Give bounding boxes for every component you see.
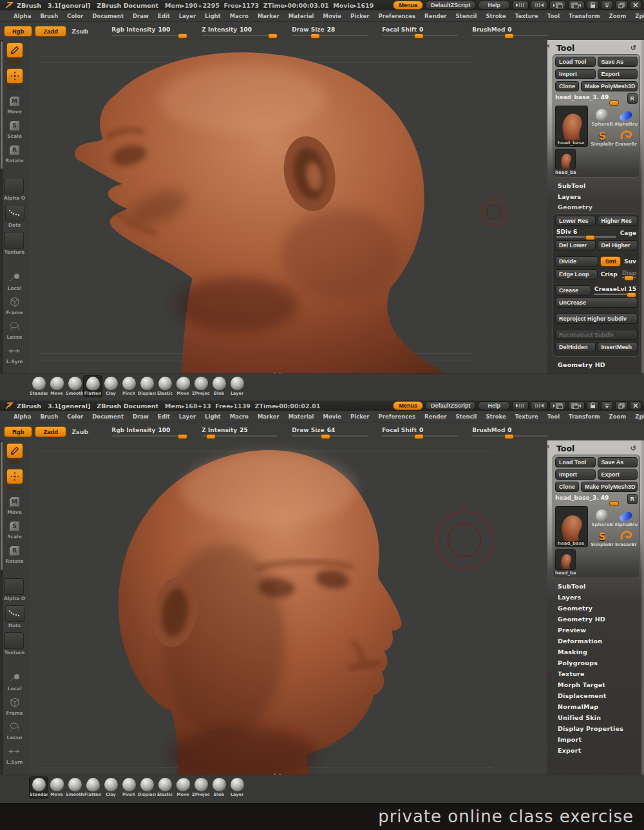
crisp-toggle[interactable]: Crisp [600, 270, 619, 279]
shelf-slider[interactable]: BrushMod0 [472, 26, 548, 36]
close-icon[interactable] [630, 1, 641, 10]
del-higher-button[interactable]: Del Higher [598, 240, 638, 250]
menu-item[interactable]: Stroke [481, 13, 510, 19]
menu-item[interactable]: Picker [346, 13, 374, 19]
sdiv-slider-handle[interactable] [585, 235, 595, 240]
brush-item[interactable]: Move [48, 777, 66, 798]
active-tool-thumbnail[interactable]: head_base_3 [555, 106, 588, 147]
restore-icon[interactable] [615, 1, 628, 10]
brush-item[interactable]: Standard [30, 777, 48, 798]
prev-document-icon[interactable] [549, 401, 566, 410]
brush-item[interactable]: Displace [138, 777, 156, 798]
palette-section[interactable]: Layers [553, 191, 640, 202]
alphabrush-tool[interactable]: AlphaBru [614, 506, 638, 527]
zsub-button[interactable]: Zsub [71, 28, 88, 35]
menu-item[interactable]: Zoom [605, 413, 631, 420]
palette-section[interactable]: Geometry HD [553, 359, 640, 370]
palette-section[interactable]: Masking [553, 646, 640, 657]
brush-item[interactable]: Pinch [120, 376, 138, 397]
slider-track[interactable] [382, 35, 458, 36]
menu-item[interactable]: Marker [253, 13, 284, 19]
import-button[interactable]: Import [555, 469, 596, 480]
tool-slider-handle[interactable] [609, 100, 619, 106]
lock-icon[interactable] [587, 401, 599, 410]
rotate-button[interactable]: R Rotate [5, 543, 23, 564]
brush-item[interactable]: Flatten [84, 777, 102, 798]
eraserbrush-tool[interactable]: EraserBr [614, 528, 638, 548]
creaselvl-slider[interactable]: CreaseLvl15 [593, 285, 638, 296]
canvas-viewport-2[interactable]: ◀ ▶ [29, 440, 547, 777]
slider-track[interactable] [292, 435, 368, 437]
draw-button[interactable]: Draw [6, 68, 23, 90]
palette-section[interactable]: SubTool [553, 581, 640, 592]
palette-section[interactable]: Displacement [553, 690, 640, 701]
sdiv-slider[interactable]: SDiv6 [555, 228, 617, 238]
eraserbrush-tool[interactable]: EraserBr [614, 127, 638, 147]
lasso-button[interactable]: Lasso [7, 720, 23, 740]
slider-handle[interactable] [504, 33, 514, 39]
edit-button[interactable]: Edit [6, 443, 23, 465]
menu-item[interactable]: Movie [318, 13, 346, 19]
stroke-selector[interactable]: Dots [5, 205, 24, 228]
brush-item[interactable]: Clay [102, 777, 120, 798]
slider-track[interactable] [202, 35, 278, 36]
menu-item[interactable]: Color [62, 13, 88, 19]
frame-button[interactable]: Frame [6, 295, 23, 316]
palette-section[interactable]: Geometry HD [553, 614, 640, 625]
close-icon[interactable] [630, 401, 641, 410]
save-as-button[interactable]: Save As [598, 457, 638, 467]
make-polymesh3d-button[interactable]: Make PolyMesh3D [581, 482, 638, 492]
suv-toggle[interactable]: Suv [623, 257, 638, 266]
palette-section[interactable]: Import [553, 734, 640, 745]
menu-item[interactable]: Render [420, 13, 451, 19]
slider-handle[interactable] [206, 434, 216, 439]
menu-item[interactable]: Alpha [9, 413, 35, 420]
sphereb-tool[interactable]: SphereB [591, 506, 614, 527]
canvas-viewport-1[interactable]: ◀ ▶ [29, 40, 547, 376]
lower-res-button[interactable]: Lower Res [555, 216, 596, 226]
menu-item[interactable]: Preferences [374, 413, 421, 420]
export-button[interactable]: Export [598, 69, 638, 79]
stroke-selector[interactable]: Dots [5, 605, 24, 628]
lsym-button[interactable]: L.Sym [6, 344, 23, 364]
brush-item[interactable]: Blob [210, 376, 228, 397]
r-button[interactable]: R [627, 494, 638, 504]
previous-tool-thumbnail[interactable] [555, 549, 576, 570]
palette-section[interactable]: Layers [553, 592, 640, 603]
frame-button[interactable]: Frame [6, 695, 23, 716]
make-polymesh3d-button[interactable]: Make PolyMesh3D [581, 81, 638, 91]
rgb-button[interactable]: Rgb [4, 426, 32, 437]
restore-icon[interactable] [615, 401, 628, 410]
edit-button[interactable]: Edit [6, 42, 23, 64]
del-lower-button[interactable]: Del Lower [555, 240, 596, 250]
brush-item[interactable]: Pinch [120, 777, 138, 798]
divide-button[interactable]: Divide [555, 256, 598, 267]
brush-item[interactable]: Standard [30, 376, 48, 397]
menu-item[interactable]: Document [88, 13, 128, 19]
cage-button[interactable]: Cage [619, 229, 638, 238]
shelf-slider[interactable]: Focal Shift0 [382, 26, 458, 36]
next-document-icon[interactable] [568, 401, 585, 410]
edge-loop-button[interactable]: Edge Loop [555, 269, 598, 279]
menu-item[interactable]: Color [62, 413, 88, 420]
brush-item[interactable]: Move [174, 777, 192, 798]
export-button[interactable]: Export [598, 469, 638, 480]
r-button[interactable]: R [627, 93, 638, 104]
local-button[interactable]: Local [7, 671, 23, 692]
menu-item[interactable]: Stroke [481, 413, 510, 420]
minimize-icon[interactable] [601, 1, 613, 10]
menu-item[interactable]: Brush [35, 13, 62, 19]
collapse-tray-icon[interactable]: ‹ [547, 442, 550, 451]
brush-item[interactable]: Smooth [66, 777, 84, 798]
menu-item[interactable]: Draw [128, 13, 153, 19]
brush-item[interactable]: Blob [210, 777, 228, 798]
palette-section[interactable]: Morph Target [553, 679, 640, 690]
slider-handle[interactable] [504, 434, 514, 439]
simplebrush-tool[interactable]: SSimpleBr [591, 127, 614, 147]
shelf-slider[interactable]: Z Intensity25 [202, 427, 278, 437]
shelf-slider[interactable]: Draw Size64 [292, 427, 368, 437]
palette-section-geometry[interactable]: Geometry [553, 202, 640, 212]
slider-track[interactable] [111, 435, 187, 437]
alpha-selector[interactable]: Alpha O [4, 578, 25, 601]
local-button[interactable]: Local [7, 270, 23, 291]
